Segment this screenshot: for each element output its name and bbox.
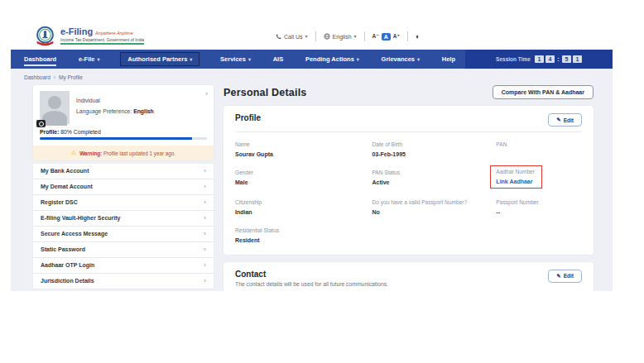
chevron-right-icon: › [204,183,206,190]
sidebar-menu: My Bank Account›My Demat Account›Registe… [33,164,214,289]
field-label: PAN [496,141,582,149]
call-us-menu[interactable]: Call Us ▾ [276,34,308,40]
chevron-right-icon: › [204,261,206,269]
session-digit: 1 [535,55,544,63]
breadcrumb-item-my-profile: My Profile [59,74,83,80]
camera-icon[interactable] [36,120,46,127]
field-label: PAN Status [372,169,488,177]
aadhaar-highlight-box: Aadhar NumberLink Aadhaar [490,165,542,189]
sidebar-item-aadhaar-otp-login[interactable]: Aadhaar OTP Login› [33,258,214,273]
chevron-right-icon: › [204,214,206,222]
chevron-right-icon: › [204,277,206,284]
language-preference: Language Preference: English [76,107,154,117]
link-aadhaar-link[interactable]: Link Aadhaar [496,178,535,186]
divider [364,31,365,41]
chevron-down-icon: ▾ [305,34,308,39]
profile-summary-card: › Individual Language Preference: Englis… [33,85,214,160]
language-menu[interactable]: English ▾ [324,33,357,40]
chevron-right-icon[interactable]: › [205,89,208,98]
field-aadhar-number: Aadhar NumberLink Aadhaar [496,169,582,189]
field-value: Resident [235,236,363,245]
nav-item-help[interactable]: Help [440,52,457,66]
divider [315,31,316,41]
field-pan: PAN [496,141,582,159]
sidebar-item-register-dsc[interactable]: Register DSC› [33,195,214,210]
divider [407,31,408,41]
language-label: English [333,34,352,40]
page-content: Dashboard›My Profile › Individual Langua… [11,69,613,291]
field-passport-number: Passport Number-- [496,198,582,217]
chevron-down-icon: ▾ [248,57,251,62]
sidebar-item-my-bank-account[interactable]: My Bank Account› [33,164,214,179]
brand-name: e-Filing [60,27,93,36]
sidebar-item-secure-access-message[interactable]: Secure Access Message› [33,227,214,241]
contact-section-title: Contact [235,270,388,279]
nav-item-authorised-partners[interactable]: Authorised Partners▾ [120,52,199,66]
field-value: No [372,208,488,217]
session-digits: 14:51 [535,55,582,63]
avatar [40,91,70,124]
field-label: Citizenship [235,198,363,207]
progress-bar-fill [40,137,192,140]
profile-edit-button[interactable]: ✎ Edit [548,113,582,127]
warning-icon: ⚠ [71,150,76,156]
field-label: Do you have a valid Passport Number? [372,198,488,207]
sidebar-item-jurisdiction-details[interactable]: Jurisdiction Details› [33,274,214,289]
nav-item-pending-actions[interactable]: Pending Actions▾ [304,52,361,66]
field-gender: GenderMale [235,169,363,189]
chevron-right-icon: › [204,167,206,174]
sidebar-item-my-demat-account[interactable]: My Demat Account› [33,179,214,194]
pencil-icon: ✎ [556,273,560,279]
font-decrease-button[interactable]: A⁻ [372,33,379,40]
field-value: Active [372,179,488,187]
contact-section-subtitle: The contact details will be used for all… [235,281,388,287]
compare-pan-aadhaar-button[interactable]: Compare With PAN & Aadhaar [493,85,594,99]
field-label: Residential Status [235,227,363,235]
profile-warning-banner: ⚠ Warning: Profile last updated 1 year a… [33,146,214,160]
nav-item-grievances[interactable]: Grievances▾ [380,52,421,66]
brand-subtitle: Income Tax Department, Government of Ind… [60,38,144,45]
contact-details-card: Contact The contact details will be used… [223,262,594,291]
chevron-down-icon: ▾ [190,57,192,62]
field-value: Male [235,179,363,187]
field-value: -- [496,208,582,217]
header-controls: Call Us ▾ English ▾ A⁻ A A⁺ ◐ [276,23,420,50]
chevron-down-icon: ▾ [98,57,100,62]
nav-items: Dashboarde-File▾Authorised Partners▾Serv… [11,50,465,69]
page: { "header": { "brand": "e-Filing", "tagl… [0,0,644,363]
session-timer: Session Time 14:51 [465,50,613,69]
session-digit: 1 [573,55,582,63]
progress-bar [40,137,207,140]
nav-item-ais[interactable]: AIS [272,52,286,66]
sidebar-item-e-filing-vault-higher-security[interactable]: E-filing Vault-Higher Security› [33,211,214,226]
chevron-right-icon: › [204,246,206,253]
field-label: Name [235,141,363,149]
breadcrumb-separator: › [54,74,55,80]
font-increase-button[interactable]: A⁺ [393,33,400,40]
profile-fields-grid: NameSourav GuptaDate of Birth03-Feb-1995… [235,141,582,245]
contact-edit-button[interactable]: ✎ Edit [548,270,582,283]
profile-section-title: Profile [235,113,261,122]
field-residential-status: Residential StatusResident [235,227,363,245]
nav-item-e-file[interactable]: e-File▾ [77,52,102,66]
field-pan-status: PAN StatusActive [372,169,488,189]
font-normal-button[interactable]: A [382,33,391,41]
page-title: Personal Details [223,87,306,98]
main-panel: Personal Details Compare With PAN & Aadh… [223,85,594,291]
nav-item-services[interactable]: Services▾ [219,52,252,66]
field-citizenship: CitizenshipIndian [235,198,363,217]
field-value: Indian [235,208,363,217]
profile-completion: Profile: 80% Completed [40,129,207,135]
breadcrumb-item-dashboard[interactable]: Dashboard [24,74,50,80]
field-do-you-have-a-valid-passport-number: Do you have a valid Passport Number?No [372,198,488,217]
contrast-toggle-icon[interactable]: ◐ [416,32,420,41]
font-size-controls: A⁻ A A⁺ [372,33,400,41]
session-digit: 4 [545,55,555,63]
efiling-logo[interactable]: e-Filing Anywhere Anytime Income Tax Dep… [34,25,144,47]
field-value: 03-Feb-1995 [372,150,488,159]
nav-item-dashboard[interactable]: Dashboard [22,52,58,66]
call-us-label: Call Us [284,34,303,40]
sidebar-item-static-password[interactable]: Static Password› [33,242,214,257]
phone-icon [276,34,281,40]
chevron-down-icon: ▾ [354,34,357,39]
